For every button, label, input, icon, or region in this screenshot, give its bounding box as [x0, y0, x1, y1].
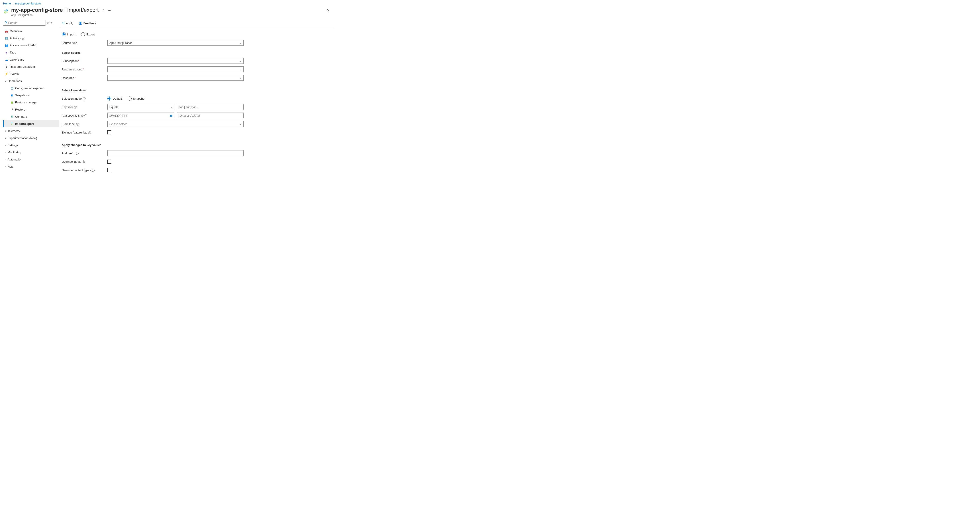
info-icon[interactable]: i: [92, 169, 95, 172]
tag-icon: ◈: [4, 51, 9, 54]
label-selection-mode: Selection modei: [62, 97, 107, 100]
sidebar: ◇ « 🚗Overview ▤Activity log 👥Access cont…: [0, 19, 59, 183]
overview-icon: 🚗: [4, 29, 9, 33]
favorite-icon[interactable]: ☆: [102, 9, 105, 12]
label-override-labels: Override labelsi: [62, 160, 107, 163]
radio-mode-snapshot[interactable]: Snapshot: [127, 97, 145, 100]
cloud-icon: ☁: [4, 58, 9, 61]
chevron-down-icon: ⌄: [3, 80, 8, 83]
nav-feature-manager[interactable]: ▦Feature manager: [3, 99, 59, 106]
main-content: 🖫 Apply 👤 Feedback Import: [59, 19, 334, 183]
input-time[interactable]: [177, 113, 243, 118]
close-button[interactable]: ✕: [327, 8, 329, 13]
swap-icon: [10, 122, 14, 126]
feedback-icon: 👤: [79, 22, 82, 25]
bolt-icon: ⚡: [4, 72, 9, 75]
import-export-icon: [3, 8, 9, 15]
chevron-right-icon: ›: [3, 151, 8, 153]
checkbox-override-labels[interactable]: [107, 160, 111, 164]
nav-events[interactable]: ⚡Events: [3, 70, 59, 77]
info-icon[interactable]: i: [83, 97, 86, 100]
checkbox-override-ct[interactable]: [107, 168, 111, 172]
radio-import[interactable]: Import: [62, 32, 75, 36]
select-key-filter-op[interactable]: Equals⌄: [107, 104, 174, 110]
nav-monitoring[interactable]: ›Monitoring: [3, 149, 59, 156]
nav-quick-start[interactable]: ☁Quick start: [3, 56, 59, 63]
sidebar-search[interactable]: [3, 20, 45, 26]
select-resource-group[interactable]: ⌄: [107, 66, 243, 72]
label-key-filter: Key filteri: [62, 105, 107, 109]
nav-settings[interactable]: ›Settings: [3, 142, 59, 149]
section-select-kv: Select key-values: [62, 89, 304, 92]
nav-automation[interactable]: ›Automation: [3, 156, 59, 163]
flag-icon: ▦: [10, 101, 14, 104]
feedback-button[interactable]: 👤 Feedback: [79, 22, 96, 25]
label-add-prefix: Add prefixi: [62, 152, 107, 155]
info-icon[interactable]: i: [74, 106, 77, 109]
breadcrumb-resource[interactable]: my-app-config-store: [15, 2, 41, 5]
select-subscription[interactable]: ⌄: [107, 58, 243, 64]
toolbar: 🖫 Apply 👤 Feedback: [59, 19, 334, 28]
info-icon[interactable]: i: [88, 131, 91, 134]
checkbox-exclude-ff[interactable]: [107, 131, 111, 134]
label-subscription: Subscription*: [62, 59, 107, 63]
nav-experimentation[interactable]: ›Experimentation (New): [3, 134, 59, 142]
svg-point-0: [5, 21, 7, 23]
input-date[interactable]: MM/DD/YYYY▦: [107, 113, 174, 118]
chevron-right-icon: ›: [3, 129, 8, 132]
info-icon[interactable]: i: [76, 123, 79, 126]
chevron-right-icon: ›: [3, 158, 8, 161]
list-icon: ◫: [10, 86, 14, 90]
breadcrumb: Home › my-app-config-store: [0, 0, 334, 6]
nav-telemetry[interactable]: ›Telemetry: [3, 127, 59, 134]
nav-snapshots[interactable]: ▣Snapshots: [3, 92, 59, 99]
log-icon: ▤: [4, 37, 9, 40]
more-icon[interactable]: ⋯: [108, 9, 111, 12]
page-section: Import/export: [67, 7, 99, 13]
label-at-time: At a specific timei: [62, 114, 107, 117]
select-from-label[interactable]: Please select⌄: [107, 121, 243, 127]
section-apply-changes: Apply changes to key-values: [62, 143, 304, 147]
nav-help[interactable]: ›Help: [3, 163, 59, 170]
calendar-icon[interactable]: ▦: [170, 114, 172, 117]
label-resource: Resource*: [62, 76, 107, 80]
label-exclude-ff: Exclude feature flagi: [62, 131, 107, 134]
nav-config-explorer[interactable]: ◫Configuration explorer: [3, 85, 59, 92]
nav-resource-visualizer[interactable]: ⊹Resource visualizer: [3, 63, 59, 70]
breadcrumb-home[interactable]: Home: [3, 2, 11, 5]
select-source-type[interactable]: App Configuration⌄: [107, 40, 243, 46]
info-icon[interactable]: i: [84, 114, 87, 117]
section-select-source: Select source: [62, 51, 304, 54]
select-resource[interactable]: ⌄: [107, 75, 243, 81]
label-resource-group: Resource group*: [62, 68, 107, 71]
nav-activity-log[interactable]: ▤Activity log: [3, 35, 59, 41]
sidebar-search-input[interactable]: [8, 21, 44, 24]
input-add-prefix[interactable]: [107, 150, 243, 156]
nav-restore[interactable]: ↺Restore: [3, 106, 59, 113]
nav-overview[interactable]: 🚗Overview: [3, 27, 59, 35]
nav-iam[interactable]: 👥Access control (IAM): [3, 41, 59, 49]
radio-mode-default[interactable]: Default: [107, 97, 122, 100]
apply-button[interactable]: 🖫 Apply: [62, 22, 73, 25]
label-override-ct: Override content typesi: [62, 169, 107, 172]
label-source-type: Source type: [62, 41, 107, 45]
nav-compare[interactable]: ⧉Compare: [3, 113, 59, 120]
radio-export[interactable]: Export: [81, 32, 95, 36]
info-icon[interactable]: i: [82, 161, 85, 163]
label-from-label: From labeli: [62, 122, 107, 126]
camera-icon: ▣: [10, 94, 14, 97]
people-icon: 👥: [4, 44, 9, 47]
info-icon[interactable]: i: [76, 152, 79, 155]
save-icon: 🖫: [62, 22, 65, 25]
chevron-right-icon: ›: [3, 137, 8, 139]
nav-tags[interactable]: ◈Tags: [3, 49, 59, 56]
nav-operations[interactable]: ⌄Operations: [3, 77, 59, 85]
svg-line-1: [6, 23, 7, 23]
collapse-sidebar-icon[interactable]: «: [51, 21, 52, 24]
sort-icon[interactable]: ◇: [47, 21, 49, 24]
restore-icon: ↺: [10, 108, 14, 111]
chevron-right-icon: ›: [3, 144, 8, 147]
nav-import-export[interactable]: Import/export: [3, 120, 59, 127]
compare-icon: ⧉: [10, 115, 14, 118]
input-key-filter-value[interactable]: [177, 104, 243, 110]
